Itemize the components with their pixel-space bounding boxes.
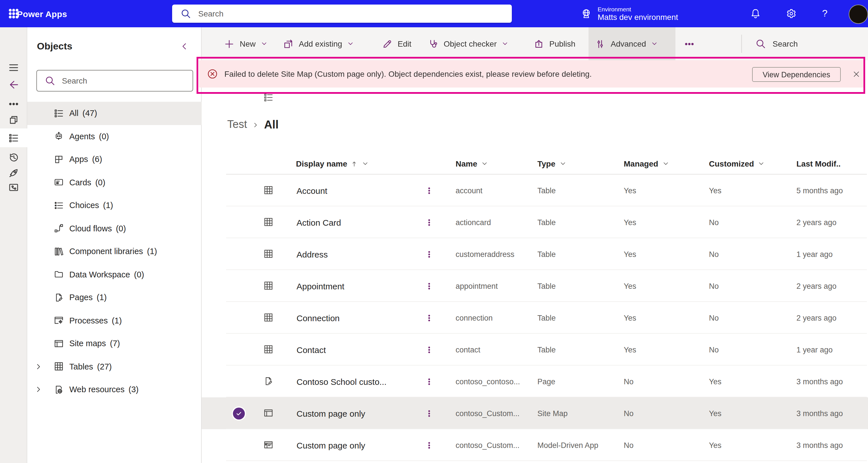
sitemap-icon (263, 408, 274, 418)
publish-button[interactable]: Publish (533, 27, 576, 60)
table-row[interactable]: Custom page onlycontoso_Custom...Site Ma… (202, 397, 868, 429)
row-more-menu-button[interactable] (424, 238, 433, 270)
table-row[interactable]: Contoso School custo...contoso_contoso..… (202, 366, 868, 397)
row-more-menu-button[interactable] (424, 302, 433, 334)
power-apps-window: Power Apps Environment Matts dev environ… (0, 0, 868, 463)
sidebar-item-label: Cards(0) (69, 178, 105, 187)
column-header-managed[interactable]: Managed (624, 153, 669, 174)
cell-managed: No (624, 366, 634, 397)
new-button[interactable]: New (224, 27, 268, 60)
cell-display-name[interactable]: Custom page only (297, 429, 365, 461)
table-row[interactable]: ConnectionconnectionTableYesNo2 years ag… (202, 302, 868, 334)
avatar[interactable] (849, 4, 868, 24)
sidebar-item-data-workspace[interactable]: Data Workspace(0) (27, 263, 202, 286)
cell-display-name[interactable]: Connection (297, 302, 340, 334)
sidebar-item-count: (1) (103, 201, 113, 210)
process-gear-icon (53, 315, 64, 326)
cell-last-modified: 1 year ago (797, 238, 833, 270)
object-checker-button[interactable]: Object checker (428, 27, 509, 60)
command-label: Advanced (611, 39, 646, 48)
cell-display-name[interactable]: Contoso School custo... (297, 366, 386, 397)
cell-display-name[interactable]: Account (297, 175, 327, 206)
rail-item-hamburger[interactable] (0, 58, 27, 77)
table-row[interactable]: AccountaccountTableYesYes5 months ago (202, 175, 868, 206)
advanced-button[interactable]: Advanced (595, 27, 658, 60)
chevron-down-icon (758, 160, 765, 167)
sidebar-item-processes[interactable]: Processes(1) (27, 309, 202, 332)
sidebar-item-pages[interactable]: Pages(1) (27, 286, 202, 309)
cell-customized: Yes (709, 175, 721, 206)
main-content: Test All Display nameNameTypeManagedCust… (202, 88, 868, 463)
add-existing-button[interactable]: Add existing (283, 27, 354, 60)
sidebar-item-count: (1) (112, 316, 122, 325)
breadcrumb-parent[interactable]: Test (227, 118, 247, 131)
cell-type: Table (537, 334, 556, 366)
column-header-customized[interactable]: Customized (709, 153, 765, 174)
row-more-menu-button[interactable] (424, 366, 433, 397)
sidebar-item-site-maps[interactable]: Site maps(7) (27, 332, 202, 355)
panel-collapse-button[interactable] (180, 41, 189, 51)
row-more-menu-button[interactable] (424, 397, 433, 429)
web-resource-icon (53, 384, 64, 395)
help-button[interactable]: ? (812, 0, 837, 27)
objects-tree: All(47)Agents(0)Apps(6)Cards(0)Choices(1… (27, 102, 202, 401)
cell-name: connection (456, 302, 493, 334)
table-row[interactable]: AddresscustomeraddressTableYesNo1 year a… (202, 238, 868, 270)
objects-search-box[interactable] (36, 70, 193, 91)
view-dependencies-button[interactable]: View Dependencies (752, 67, 841, 82)
row-more-menu-button[interactable] (424, 429, 433, 461)
sidebar-item-component-libraries[interactable]: Component libraries(1) (27, 240, 202, 263)
command-label: Add existing (299, 39, 342, 48)
objects-search-input[interactable] (61, 76, 193, 86)
global-search-box[interactable] (172, 4, 512, 23)
rail-item-objects-list[interactable] (0, 128, 27, 147)
sidebar-item-cloud-flows[interactable]: Cloud flows(0) (27, 217, 202, 240)
table-row[interactable]: AppointmentappointmentTableYesNo2 years … (202, 270, 868, 302)
table-row[interactable]: Action CardactioncardTableYesNo2 years a… (202, 206, 868, 238)
sidebar-item-web-resources[interactable]: Web resources(3) (27, 378, 202, 401)
rail-item-back-arrow[interactable] (0, 75, 27, 94)
column-header-type[interactable]: Type (537, 153, 566, 174)
sidebar-item-cards[interactable]: Cards(0) (27, 171, 202, 194)
cell-last-modified: 3 months ago (797, 397, 843, 429)
command-bar-search-button[interactable]: Search (749, 27, 798, 60)
row-more-menu-button[interactable] (424, 175, 433, 206)
sidebar-item-count: (0) (95, 178, 105, 187)
environment-picker[interactable]: Environment Matts dev environment (581, 0, 678, 27)
sort-ascending-icon (351, 160, 358, 167)
settings-button[interactable] (779, 0, 804, 27)
chevron-right-icon[interactable] (35, 386, 42, 394)
column-header-last-modif[interactable]: Last Modif.. (797, 153, 841, 174)
column-header-display-name[interactable]: Display name (296, 153, 369, 174)
edit-button[interactable]: Edit (382, 27, 411, 60)
rail-item-source-control[interactable] (0, 178, 27, 197)
rail-item-stack-pages[interactable] (0, 110, 27, 129)
row-selected-check[interactable] (233, 407, 245, 419)
sidebar-item-agents[interactable]: Agents(0) (27, 125, 202, 148)
cell-last-modified: 2 years ago (797, 302, 836, 334)
cell-display-name[interactable]: Custom page only (297, 397, 365, 429)
banner-close-button[interactable] (850, 68, 862, 80)
table-row[interactable]: Custom page onlycontoso_Custom...Model-D… (202, 429, 868, 461)
sidebar-item-all[interactable]: All(47) (27, 102, 202, 125)
column-header-name[interactable]: Name (456, 153, 488, 174)
sidebar-item-apps[interactable]: Apps(6) (27, 148, 202, 171)
chevron-right-icon[interactable] (35, 363, 42, 371)
cell-display-name[interactable]: Address (297, 238, 328, 270)
global-search-input[interactable] (197, 8, 512, 19)
more-commands-button[interactable] (684, 27, 695, 60)
table-row[interactable]: ContactcontactTableYesNo1 year ago (202, 334, 868, 366)
row-more-menu-button[interactable] (424, 334, 433, 366)
column-header-label: Type (537, 159, 555, 168)
component-library-icon (53, 246, 64, 257)
sidebar-item-label: Apps(6) (69, 155, 102, 164)
row-more-menu-button[interactable] (424, 206, 433, 238)
row-more-menu-button[interactable] (424, 270, 433, 302)
cell-display-name[interactable]: Contact (297, 334, 326, 366)
sidebar-item-choices[interactable]: Choices(1) (27, 194, 202, 217)
search-icon (44, 75, 56, 86)
notifications-button[interactable] (743, 0, 768, 27)
cell-display-name[interactable]: Action Card (297, 206, 341, 238)
sidebar-item-tables[interactable]: Tables(27) (27, 355, 202, 378)
cell-display-name[interactable]: Appointment (297, 270, 344, 302)
